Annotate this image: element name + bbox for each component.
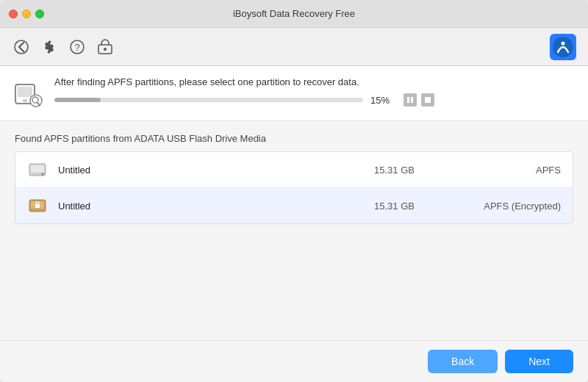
toolbar: ? (0, 28, 588, 66)
partition-list: Untitled 15.31 GB APFS (15, 151, 573, 224)
close-button[interactable] (9, 10, 18, 18)
back-button[interactable]: Back (428, 350, 498, 373)
svg-rect-9 (23, 99, 27, 102)
svg-rect-21 (35, 204, 40, 208)
svg-point-6 (562, 41, 565, 45)
svg-rect-13 (407, 97, 409, 103)
svg-point-18 (41, 173, 44, 176)
main-window: ? (0, 28, 588, 382)
partition-type-1: APFS (458, 165, 561, 176)
table-row[interactable]: Untitled 15.31 GB APFS (Encrypted) (15, 188, 573, 223)
toolbar-left: ? (12, 37, 115, 57)
svg-rect-8 (18, 87, 32, 97)
scan-icon (12, 78, 44, 110)
progress-row: 15% (54, 93, 573, 107)
store-icon[interactable] (96, 37, 115, 57)
content-area: After finding APFS partitions, please se… (0, 66, 588, 340)
svg-rect-17 (31, 165, 44, 173)
brand-logo (550, 34, 576, 60)
title-bar: iBoysoft Data Recovery Free (0, 0, 588, 28)
partition-name-1: Untitled (58, 165, 364, 176)
svg-point-0 (15, 40, 28, 54)
footer: Back Next (0, 340, 588, 382)
progress-controls (404, 93, 434, 107)
svg-point-4 (104, 48, 107, 51)
partition-type-2: APFS (Encrypted) (458, 201, 561, 212)
svg-rect-15 (425, 97, 431, 103)
drive-icon (27, 159, 48, 180)
svg-text:?: ? (74, 42, 79, 53)
stop-button[interactable] (421, 93, 434, 107)
results-header: Found APFS partitions from ADATA USB Fla… (15, 133, 573, 144)
svg-rect-14 (411, 97, 413, 103)
pause-button[interactable] (404, 93, 417, 107)
progress-track (54, 98, 363, 102)
status-message: After finding APFS partitions, please se… (54, 76, 573, 87)
maximize-button[interactable] (35, 10, 44, 18)
results-section: Found APFS partitions from ADATA USB Fla… (0, 121, 588, 340)
partition-name-2: Untitled (58, 201, 364, 212)
minimize-button[interactable] (22, 10, 31, 18)
settings-icon[interactable] (40, 37, 59, 57)
window-title: iBoysoft Data Recovery Free (233, 8, 355, 19)
partition-size-1: 15.31 GB (374, 165, 448, 176)
table-row[interactable]: Untitled 15.31 GB APFS (15, 152, 573, 188)
partition-size-2: 15.31 GB (374, 201, 448, 212)
status-right: After finding APFS partitions, please se… (54, 76, 573, 107)
progress-percent: 15% (370, 95, 396, 106)
drive-locked-icon (27, 195, 48, 216)
next-button[interactable]: Next (505, 350, 573, 373)
traffic-lights (9, 10, 44, 18)
back-icon[interactable] (12, 37, 31, 57)
progress-fill (54, 98, 101, 102)
help-icon[interactable]: ? (68, 37, 87, 57)
status-section: After finding APFS partitions, please se… (0, 66, 588, 121)
